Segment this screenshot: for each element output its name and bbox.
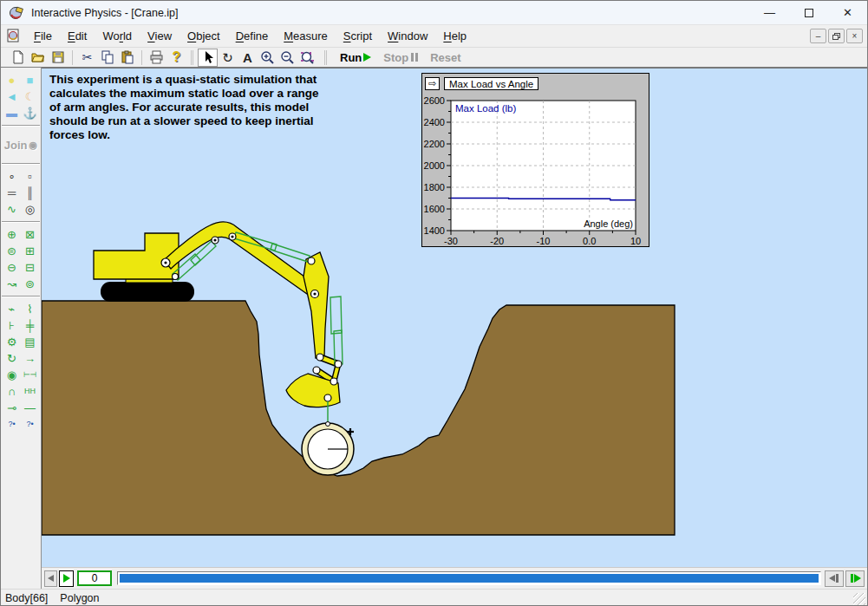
save-icon: [51, 50, 65, 64]
text-tool-button[interactable]: A: [238, 49, 258, 67]
pin-slot-joint-tool-icon[interactable]: ⊜: [3, 243, 21, 259]
curved-slot-joint-tool-icon[interactable]: ↝: [3, 276, 21, 292]
menu-edit[interactable]: Edit: [60, 27, 95, 45]
meter-window[interactable]: ⇨ Max Load vs Angle 14001600180020002200…: [421, 73, 649, 247]
mdi-close-button[interactable]: ×: [846, 29, 863, 43]
gear-tool-icon[interactable]: ⚙: [3, 334, 21, 350]
menu-define[interactable]: Define: [228, 27, 277, 45]
help-icon: ?: [173, 50, 181, 64]
terrain[interactable]: [42, 301, 675, 535]
zoom-in-button[interactable]: [258, 49, 277, 67]
zoom-out-button[interactable]: [277, 49, 297, 67]
spring-point-tool-icon[interactable]: ⌁: [3, 301, 21, 317]
maximize-icon: [805, 9, 813, 17]
damper-tool-icon[interactable]: ╪: [21, 317, 39, 334]
menu-window[interactable]: Window: [380, 27, 435, 45]
excavator-track[interactable]: [101, 282, 194, 302]
close-button[interactable]: ✕: [828, 1, 867, 24]
rectangle-body-tool-icon[interactable]: ▬: [3, 105, 21, 121]
rotate-tool-button[interactable]: ↻: [218, 49, 238, 67]
motor-tool-icon[interactable]: ◉: [3, 367, 21, 383]
measure-b-tool-icon[interactable]: ?•: [21, 416, 39, 433]
svg-text:Angle (deg): Angle (deg): [584, 218, 633, 229]
rope-tool-icon[interactable]: —: [21, 400, 39, 416]
print-icon: [149, 50, 164, 64]
menu-view[interactable]: View: [140, 27, 179, 45]
menu-file[interactable]: File: [26, 27, 60, 45]
suspended-load[interactable]: [302, 401, 354, 475]
keyed-pin-slot-tool-icon[interactable]: ⊖: [3, 259, 21, 276]
new-file-icon: [11, 50, 25, 64]
stick-arm[interactable]: [303, 252, 329, 358]
join-icon: ◉: [29, 140, 38, 151]
polygon-body-tool-icon[interactable]: ◄: [3, 88, 21, 105]
rewind-button[interactable]: [44, 570, 57, 587]
document-icon[interactable]: [6, 29, 21, 43]
square-body-tool-icon[interactable]: ■: [21, 72, 39, 88]
menu-object[interactable]: Object: [179, 27, 228, 45]
tape-play-button[interactable]: [59, 570, 74, 587]
curved-slot-tool-icon[interactable]: ∿: [3, 201, 21, 218]
join-button[interactable]: Join◉: [1, 130, 41, 160]
menu-measure[interactable]: Measure: [276, 27, 336, 45]
rod-tool-icon[interactable]: ⊢⊣: [21, 367, 39, 383]
excavator-cab[interactable]: [94, 233, 179, 279]
simulation-canvas[interactable]: This experiment is a quasi-static simula…: [42, 68, 867, 567]
mdi-controls: – ×: [810, 29, 863, 43]
select-arrow-button[interactable]: [198, 49, 218, 67]
circle-body-tool-icon[interactable]: ●: [3, 72, 21, 88]
menu-world[interactable]: World: [95, 27, 140, 45]
step-forward-button[interactable]: [845, 570, 865, 587]
damper-point-tool-icon[interactable]: ⊦: [3, 317, 21, 334]
step-back-button[interactable]: [825, 570, 844, 587]
svg-text:2600: 2600: [424, 95, 445, 106]
meter-arrow-button[interactable]: ⇨: [425, 77, 440, 90]
horizontal-slot-tool-icon[interactable]: ═: [3, 185, 21, 201]
copy-button[interactable]: [97, 49, 117, 67]
zoom-extent-button[interactable]: [297, 49, 317, 67]
minimize-button[interactable]: —: [750, 1, 789, 24]
svg-text:-10: -10: [537, 236, 551, 244]
square-point-tool-icon[interactable]: ▫: [21, 168, 39, 185]
cut-button[interactable]: ✂: [77, 49, 97, 67]
point-element-tool-icon[interactable]: ∘: [3, 168, 21, 185]
help-button[interactable]: ?: [166, 49, 186, 67]
print-button[interactable]: [147, 49, 166, 67]
curved-body-tool-icon[interactable]: ☾: [21, 88, 39, 105]
spring-tool-icon[interactable]: ⌇: [21, 301, 39, 317]
menu-script[interactable]: Script: [336, 27, 380, 45]
resize-grip[interactable]: [853, 593, 865, 605]
run-button[interactable]: Run: [340, 51, 371, 64]
save-button[interactable]: [48, 49, 68, 67]
rigid-slot-joint-tool-icon[interactable]: ⊞: [21, 243, 39, 259]
torque-tool-icon[interactable]: ↻: [3, 350, 21, 367]
reset-button[interactable]: Reset: [430, 51, 460, 64]
force-tool-icon[interactable]: →: [21, 350, 39, 367]
closed-slot-tool-icon[interactable]: ◎: [21, 201, 39, 218]
svg-text:-20: -20: [490, 236, 504, 244]
measure-a-tool-icon[interactable]: ?•: [3, 416, 21, 433]
menu-help[interactable]: Help: [435, 27, 474, 45]
curve-tool-icon[interactable]: ∩: [3, 383, 21, 400]
timeline-track[interactable]: [117, 571, 821, 585]
keyed-rigid-slot-tool-icon[interactable]: ⊟: [21, 259, 39, 276]
maximize-button[interactable]: [789, 1, 828, 24]
mdi-restore-button[interactable]: [828, 29, 845, 43]
pin-joint-tool-icon[interactable]: ⊕: [3, 226, 21, 243]
paste-button[interactable]: [117, 49, 137, 67]
open-file-button[interactable]: [28, 49, 48, 67]
pulley-tool-icon[interactable]: ⊸: [3, 400, 21, 416]
stop-button[interactable]: Stop: [383, 51, 418, 64]
load-hook-point[interactable]: [326, 422, 330, 427]
separator-tool-icon[interactable]: HH: [21, 383, 39, 400]
frame-counter[interactable]: 0: [77, 570, 112, 586]
anchor-tool-icon[interactable]: ⚓: [21, 105, 39, 121]
rigid-joint-tool-icon[interactable]: ⊠: [21, 226, 39, 243]
closed-slot-joint-tool-icon[interactable]: ⊚: [21, 276, 39, 292]
mdi-minimize-button[interactable]: –: [810, 29, 826, 43]
menu-items: FileEditWorldViewObjectDefineMeasureScri…: [26, 27, 474, 45]
new-file-button[interactable]: [8, 49, 28, 67]
actuator-tool-icon[interactable]: ▤: [21, 334, 39, 350]
bucket-cylinder-outer: [330, 296, 342, 334]
vertical-slot-tool-icon[interactable]: ║: [21, 185, 39, 201]
